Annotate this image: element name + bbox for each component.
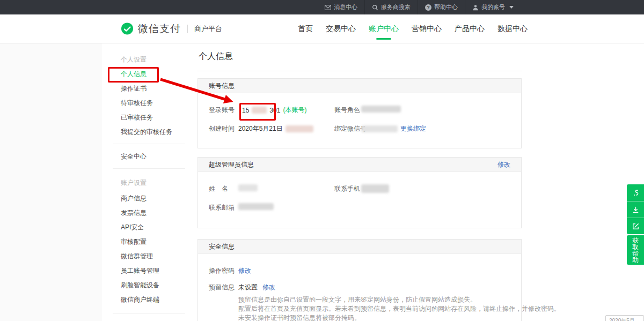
sidebar-section-personal-settings: 个人设置 bbox=[121, 55, 185, 64]
redacted-admin-email bbox=[238, 203, 274, 210]
login-account-value: 15 301 (本账号) bbox=[242, 106, 306, 115]
brand-logo[interactable]: 微信支付 商户平台 bbox=[121, 14, 222, 43]
account-info-card-header: 账号信息 bbox=[198, 79, 521, 93]
bound-wechat-value: 更换绑定 bbox=[361, 124, 426, 133]
sidebar: 个人设置 个人信息 操作证书 待审核任务 已审核任务 我提交的审核任务 安全中心… bbox=[102, 43, 185, 321]
primary-nav: 首页 交易中心 账户中心 营销中心 产品中心 数据中心 bbox=[298, 14, 528, 43]
admin-email-value bbox=[238, 203, 274, 210]
mail-icon bbox=[325, 4, 331, 11]
sidebar-item-merchant-info[interactable]: 商户信息 bbox=[121, 191, 185, 206]
platform-name: 商户平台 bbox=[194, 24, 222, 34]
sidebar-section-account-settings: 账户设置 bbox=[121, 178, 185, 187]
rebind-link[interactable]: 更换绑定 bbox=[400, 124, 426, 133]
login-account-label: 登录账号 bbox=[209, 106, 235, 115]
message-center-link[interactable]: 消息中心 bbox=[318, 0, 364, 14]
account-role-label: 账号角色 bbox=[334, 106, 360, 115]
admin-modify-link[interactable]: 修改 bbox=[497, 160, 510, 169]
admin-info-card-header: 超级管理员信息 修改 bbox=[198, 158, 521, 172]
admin-phone-label: 联系手机 bbox=[334, 184, 360, 193]
link-icon bbox=[632, 189, 640, 197]
provider-search-link[interactable]: 服务商搜索 bbox=[364, 0, 418, 14]
date-badge: 2020年5月22日 bbox=[605, 315, 644, 321]
sidebar-item-operation-certificate[interactable]: 操作证书 bbox=[121, 81, 185, 96]
nav-marketing-center[interactable]: 营销中心 bbox=[412, 14, 442, 43]
nav-home[interactable]: 首页 bbox=[298, 14, 313, 43]
redacted-admin-phone bbox=[361, 184, 389, 193]
nav-data-center[interactable]: 数据中心 bbox=[497, 14, 528, 43]
password-modify-link[interactable]: 修改 bbox=[238, 266, 251, 275]
sidebar-item-review-config[interactable]: 审核配置 bbox=[121, 235, 185, 249]
reserved-info-label: 预留信息 bbox=[209, 283, 235, 292]
help-center-link[interactable]: ? 帮助中心 bbox=[418, 0, 465, 14]
sidebar-item-wechat-merchant-terminal[interactable]: 微信商户终端 bbox=[121, 293, 185, 307]
message-center-label: 消息中心 bbox=[334, 3, 357, 11]
title-divider bbox=[197, 71, 522, 71]
reserved-info-status: 未设置 bbox=[238, 283, 258, 292]
created-time-value: 2020年5月21日 bbox=[238, 124, 313, 133]
security-info-card: 安全信息 操作密码 修改 预留信息 未设置 修改 预留信息是由你自己设置的一段文… bbox=[197, 239, 522, 321]
sidebar-item-my-submitted-tasks[interactable]: 我提交的审核任务 bbox=[121, 125, 185, 139]
admin-name-value bbox=[238, 184, 258, 191]
sidebar-item-pending-review-tasks[interactable]: 待审核任务 bbox=[121, 96, 185, 110]
my-account-label: 我的账号 bbox=[481, 3, 505, 11]
redacted-admin-name bbox=[238, 184, 258, 191]
sidebar-item-api-security[interactable]: API安全 bbox=[121, 220, 185, 235]
admin-email-label: 联系邮箱 bbox=[209, 203, 235, 212]
operation-password-label: 操作密码 bbox=[209, 266, 235, 275]
created-time-label: 创建时间 bbox=[209, 124, 235, 133]
account-role-value bbox=[361, 106, 401, 113]
nav-transaction-center[interactable]: 交易中心 bbox=[326, 14, 356, 43]
sidebar-divider bbox=[113, 313, 185, 314]
redacted-created-time bbox=[286, 125, 313, 132]
nav-product-center[interactable]: 产品中心 bbox=[455, 14, 485, 43]
wechat-pay-icon bbox=[121, 23, 134, 35]
redacted-wechat-id bbox=[361, 125, 398, 132]
provider-search-label: 服务商搜索 bbox=[381, 3, 411, 11]
main-content: 个人信息 账号信息 登录账号 15 301 (本账号) 账号角色 bbox=[185, 43, 644, 321]
admin-info-card: 超级管理员信息 修改 姓 名 联系手机 联系邮箱 bbox=[197, 157, 522, 228]
account-info-card: 账号信息 登录账号 15 301 (本账号) 账号角色 创建时间 2020年5月… bbox=[197, 78, 522, 148]
admin-name-label: 姓 名 bbox=[209, 184, 228, 193]
sidebar-item-face-smart-device[interactable]: 刷脸智能设备 bbox=[121, 278, 185, 293]
page-title: 个人信息 bbox=[199, 51, 233, 62]
sidebar-item-personal-info[interactable]: 个人信息 bbox=[121, 67, 185, 81]
account-info-card-title: 账号信息 bbox=[209, 81, 235, 91]
admin-info-card-title: 超级管理员信息 bbox=[209, 160, 254, 169]
reserved-info-description: 预留信息是由你自己设置的一段文字，用来鉴定网站身份，防止假冒网站造成损失。 配置… bbox=[238, 295, 560, 321]
main-header: 微信支付 商户平台 首页 交易中心 账户中心 营销中心 产品中心 数据中心 bbox=[0, 14, 644, 43]
get-help-button[interactable]: 获取帮助 bbox=[627, 235, 644, 265]
floating-help-panel: 获取帮助 bbox=[627, 184, 644, 265]
redacted-login-middle bbox=[252, 107, 267, 114]
sidebar-divider bbox=[113, 144, 185, 144]
sidebar-item-invoice-info[interactable]: 发票信息 bbox=[121, 206, 185, 220]
utility-menu: 消息中心 服务商搜索 ? 帮助中心 我的账号 bbox=[318, 0, 521, 14]
help-center-label: 帮助中心 bbox=[434, 3, 458, 11]
redacted-account-role bbox=[361, 106, 401, 113]
sidebar-item-wechat-group-management[interactable]: 微信群管理 bbox=[121, 249, 185, 264]
nav-account-center[interactable]: 账户中心 bbox=[369, 14, 399, 43]
search-icon bbox=[372, 4, 378, 11]
user-icon bbox=[472, 4, 479, 11]
chevron-down-icon bbox=[509, 6, 514, 9]
brand-name: 微信支付 bbox=[138, 22, 181, 36]
security-info-card-header: 安全信息 bbox=[198, 240, 521, 254]
edit-icon bbox=[632, 222, 640, 230]
feedback-button[interactable] bbox=[627, 218, 644, 234]
page-body: 个人设置 个人信息 操作证书 待审核任务 已审核任务 我提交的审核任务 安全中心… bbox=[0, 43, 644, 321]
logo-divider bbox=[187, 25, 188, 33]
sidebar-item-staff-account-management[interactable]: 员工账号管理 bbox=[121, 264, 185, 278]
security-info-card-title: 安全信息 bbox=[209, 242, 235, 251]
sidebar-item-reviewed-tasks[interactable]: 已审核任务 bbox=[121, 110, 185, 125]
help-icon: ? bbox=[425, 4, 431, 11]
current-account-tag: (本账号) bbox=[283, 106, 306, 115]
download-icon bbox=[632, 206, 640, 214]
reserved-modify-link[interactable]: 修改 bbox=[262, 283, 275, 292]
admin-phone-value bbox=[361, 184, 389, 193]
link-button[interactable] bbox=[627, 184, 644, 201]
my-account-menu[interactable]: 我的账号 bbox=[465, 0, 521, 14]
top-utility-bar: 消息中心 服务商搜索 ? 帮助中心 我的账号 bbox=[0, 0, 644, 14]
download-button[interactable] bbox=[627, 201, 644, 218]
sidebar-item-security-center[interactable]: 安全中心 bbox=[121, 150, 185, 164]
sidebar-divider bbox=[113, 168, 185, 169]
